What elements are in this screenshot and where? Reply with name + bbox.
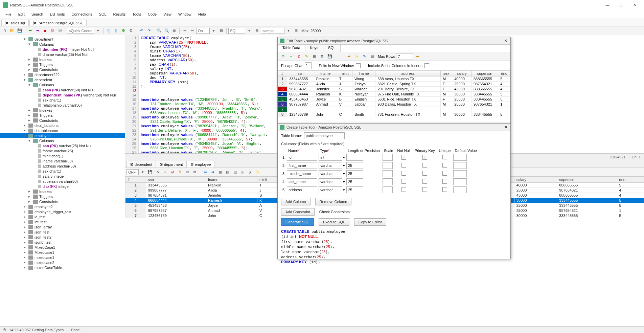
- table-cell[interactable]: 888666555: [471, 87, 498, 92]
- rt-save-icon[interactable]: 💾: [147, 169, 154, 176]
- tree-item[interactable]: dependent_name (PK) varchar(50) Not Null: [0, 92, 125, 97]
- table-cell[interactable]: 5: [617, 203, 644, 208]
- column-header[interactable]: ssn: [287, 71, 314, 76]
- table-cell[interactable]: 25000: [514, 188, 557, 193]
- tree-toggle-icon[interactable]: ▸: [24, 245, 27, 249]
- table-cell[interactable]: Smith: [352, 112, 375, 117]
- default-value-input[interactable]: [453, 186, 467, 193]
- et-refresh-icon[interactable]: ⟳: [280, 53, 286, 60]
- menu-edit[interactable]: Edit: [15, 11, 28, 18]
- table-row[interactable]: 3987654321JenniferSWallace291 Berry, Bel…: [278, 87, 510, 92]
- rt-copy-icon[interactable]: ⎘: [239, 169, 246, 176]
- tree-item[interactable]: fname varchar(25): [0, 148, 125, 153]
- table-cell[interactable]: 453453453: [146, 203, 206, 208]
- run-purple-icon[interactable]: ➡: [34, 27, 41, 34]
- table-cell[interactable]: English: [352, 97, 375, 102]
- table-cell[interactable]: 888666555: [557, 193, 617, 198]
- tree-toggle-icon[interactable]: ▾: [28, 83, 32, 87]
- table-cell[interactable]: 5: [617, 213, 644, 218]
- tree-item[interactable]: ▸Indexes: [0, 57, 125, 62]
- dd-off-icon[interactable]: ▾: [139, 169, 146, 176]
- max-rows-input[interactable]: [396, 53, 413, 60]
- database-tree[interactable]: ▾department▾Columnsdnumber (PK) integer …: [0, 35, 125, 326]
- table-cell[interactable]: Wong: [352, 76, 375, 82]
- table-cell[interactable]: [337, 107, 352, 112]
- dropdown-icon[interactable]: ▾: [343, 172, 345, 176]
- table-cell[interactable]: Joyce: [206, 203, 257, 208]
- tree-toggle-icon[interactable]: ▸: [28, 108, 32, 112]
- table-cell[interactable]: 3321 Castle, Spring TX: [375, 82, 441, 87]
- rt-b-icon[interactable]: ⬅: [202, 169, 209, 176]
- save-icon[interactable]: 💾: [16, 27, 23, 34]
- dropdown-icon[interactable]: ▾: [343, 155, 345, 159]
- table-cell[interactable]: M: [441, 92, 452, 97]
- rt-wand-icon[interactable]: ✨: [254, 169, 261, 176]
- tree-item[interactable]: ▸json_array: [0, 224, 125, 229]
- tree-toggle-icon[interactable]: ▸: [24, 215, 27, 219]
- tree-item[interactable]: ▾Columns: [0, 42, 125, 47]
- tool1-icon[interactable]: ⎘: [105, 27, 112, 34]
- column-type-select[interactable]: [319, 178, 342, 185]
- tool4-icon[interactable]: ⚙: [128, 27, 134, 34]
- tree-item[interactable]: ▸employee2: [0, 204, 125, 209]
- tree-item[interactable]: ▸employee_trigger_test: [0, 209, 125, 214]
- table-cell[interactable]: 291 Berry, Bellaire, TX: [375, 87, 441, 92]
- run-mode[interactable]: [196, 28, 210, 34]
- table-cell[interactable]: 1: [617, 208, 644, 213]
- tree-toggle-icon[interactable]: ▸: [24, 265, 27, 270]
- tree-toggle-icon[interactable]: ▸: [24, 204, 27, 209]
- escape-char-input[interactable]: [305, 62, 312, 69]
- unique-checkbox[interactable]: [442, 163, 447, 168]
- menu-view[interactable]: View: [160, 11, 175, 18]
- notnull-checkbox[interactable]: [401, 179, 406, 184]
- close-tab-icon[interactable]: ⊠: [160, 162, 163, 166]
- table-cell[interactable]: [375, 107, 441, 112]
- table-cell[interactable]: J: [337, 82, 352, 87]
- tree-item[interactable]: ▸Triggers: [0, 62, 125, 67]
- table-cell[interactable]: 2: [125, 188, 146, 193]
- et-save-icon[interactable]: 💾: [326, 53, 333, 60]
- table-row[interactable]: 4666884444RameshKNarayan975 Fire Oak, Hu…: [278, 92, 510, 97]
- table-cell[interactable]: Ahmad: [206, 208, 257, 213]
- tree-item[interactable]: ▸Constraints: [0, 118, 125, 123]
- et-grid-icon[interactable]: ▦: [311, 53, 318, 60]
- rt-stop-icon[interactable]: ⊘: [169, 169, 176, 176]
- tree-item[interactable]: ▸dept_locations: [0, 123, 125, 128]
- length-input[interactable]: [346, 162, 363, 169]
- et-add-icon[interactable]: ＋: [288, 53, 294, 60]
- file-tab[interactable]: ✕*Amazon PostgreSQL SSL: [29, 20, 87, 26]
- table-cell[interactable]: 987987987: [287, 102, 314, 107]
- table-cell[interactable]: 1: [125, 183, 146, 188]
- tree-item[interactable]: ▸mixedCaseTable: [0, 265, 125, 270]
- table-cell[interactable]: 888665555: [557, 183, 617, 188]
- table-cell[interactable]: 6: [125, 208, 146, 213]
- menu-tools[interactable]: Tools: [129, 11, 144, 18]
- et-filter-icon[interactable]: ⇶: [369, 53, 375, 60]
- length-input[interactable]: [346, 178, 363, 185]
- tree-item[interactable]: ▾employee: [0, 133, 125, 138]
- maximize-button[interactable]: □: [614, 0, 628, 10]
- tree-toggle-icon[interactable]: ▾: [24, 77, 27, 82]
- tree-item[interactable]: dnumber (PK) integer Not Null: [0, 47, 125, 52]
- add-constraint-button[interactable]: Add Constraint: [281, 208, 315, 216]
- table-cell[interactable]: 333445555: [287, 76, 314, 82]
- et-go-icon[interactable]: ➡: [345, 53, 352, 60]
- execute-sql-button[interactable]: Execute SQL: [319, 218, 349, 226]
- default-value-input[interactable]: [453, 154, 467, 161]
- table-cell[interactable]: Ahmad: [314, 102, 337, 107]
- tree-toggle-icon[interactable]: ▸: [24, 230, 27, 234]
- column-header[interactable]: #: [125, 177, 146, 183]
- tree-item[interactable]: ssn (PK) varchar(25) Not Null: [0, 143, 125, 148]
- tree-toggle-icon[interactable]: ▾: [28, 42, 32, 46]
- column-header[interactable]: salary: [514, 177, 557, 183]
- table-cell[interactable]: S: [337, 87, 352, 92]
- lang-select[interactable]: [228, 28, 245, 34]
- scale-input[interactable]: [383, 178, 393, 185]
- db2-icon[interactable]: ⛁: [56, 27, 63, 34]
- tree-item[interactable]: ▾Columns: [0, 138, 125, 143]
- table-cell[interactable]: M: [441, 76, 452, 82]
- table-cell[interactable]: 40000: [514, 183, 557, 188]
- table-row[interactable]: 6987987987AhmadVJabbar980 Dallas, Housto…: [278, 102, 510, 107]
- prev-icon[interactable]: ⬅: [181, 27, 188, 34]
- tree-item[interactable]: minit char(1): [0, 153, 125, 158]
